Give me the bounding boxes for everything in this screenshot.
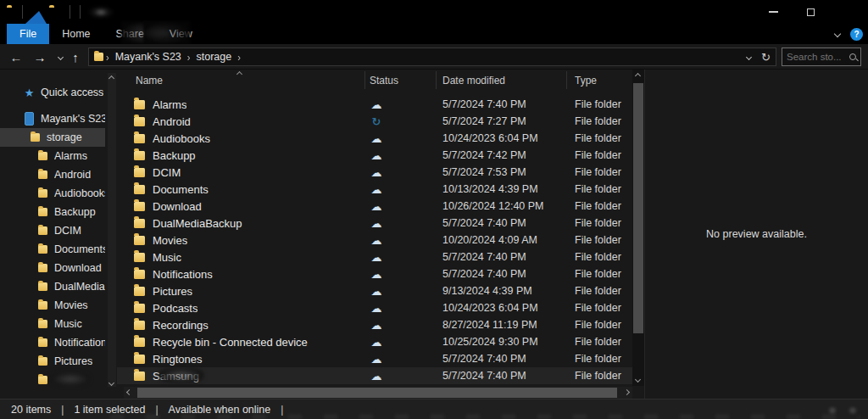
sidebar-item[interactable]: Android bbox=[0, 165, 105, 184]
file-type: File folder bbox=[566, 370, 632, 382]
column-header-name[interactable]: Name bbox=[117, 70, 364, 91]
file-row[interactable]: Movies 10/20/2024 4:09 AM File folder bbox=[117, 232, 632, 249]
sidebar-item[interactable]: Quick access bbox=[0, 83, 105, 102]
file-row[interactable]: Recycle bin - Connected device 10/25/202… bbox=[117, 333, 632, 350]
sidebar-scrollbar[interactable] bbox=[108, 73, 116, 387]
folder-icon bbox=[134, 253, 145, 262]
date-modified: 5/7/2024 7:40 PM bbox=[436, 217, 566, 229]
sidebar-item-icon bbox=[36, 189, 50, 198]
sidebar-item-icon bbox=[28, 133, 42, 142]
breadcrumb-segment[interactable]: storage bbox=[196, 51, 231, 63]
sidebar-item[interactable]: Notifications bbox=[0, 333, 105, 352]
sidebar-item[interactable]: Movies bbox=[0, 296, 105, 315]
date-modified: 10/24/2023 6:04 PM bbox=[436, 302, 566, 314]
scroll-down-icon[interactable] bbox=[108, 380, 114, 386]
scrollbar-thumb[interactable] bbox=[137, 388, 617, 398]
sidebar-item-icon bbox=[36, 152, 50, 160]
sidebar-item-label: Alarms bbox=[54, 150, 87, 162]
column-divider[interactable] bbox=[436, 71, 437, 89]
file-row[interactable]: Download 10/26/2024 12:40 PM File folder bbox=[117, 198, 632, 215]
horizontal-scrollbar[interactable] bbox=[124, 387, 632, 399]
scrollbar-thumb[interactable] bbox=[633, 83, 643, 333]
file-name: Pictures bbox=[153, 285, 192, 298]
back-button[interactable]: ← bbox=[5, 44, 27, 70]
sidebar-item[interactable]: Documents bbox=[0, 240, 105, 259]
sidebar-item[interactable]: Pictures bbox=[0, 352, 105, 371]
sidebar-item[interactable]: DualMediaBa bbox=[0, 277, 105, 296]
file-row[interactable]: Recordings 8/27/2024 11:19 PM File folde… bbox=[117, 316, 632, 333]
forward-button[interactable]: → bbox=[29, 44, 51, 70]
column-header-type[interactable]: Type bbox=[566, 70, 632, 91]
availability-status: Available when online bbox=[169, 404, 271, 416]
cloud-status-icon bbox=[370, 149, 383, 162]
preview-pane: No preview available. bbox=[644, 70, 868, 399]
folder-icon bbox=[38, 152, 47, 160]
scroll-up-icon[interactable] bbox=[635, 73, 641, 79]
up-button[interactable]: ↑ bbox=[64, 44, 86, 70]
file-row[interactable]: Audiobooks 10/24/2023 6:04 PM File folde… bbox=[117, 130, 632, 147]
address-bar[interactable]: › Mayank's S23 › storage › ↻ bbox=[88, 47, 776, 66]
column-header-status[interactable]: Status bbox=[364, 70, 436, 91]
file-row[interactable]: DualMediaBackup 5/7/2024 7:40 PM File fo… bbox=[117, 215, 632, 232]
scroll-down-icon[interactable] bbox=[635, 377, 641, 383]
scroll-left-icon[interactable] bbox=[126, 389, 132, 395]
folder-icon bbox=[38, 226, 47, 235]
column-divider[interactable] bbox=[364, 71, 365, 89]
sidebar-item[interactable]: storage bbox=[0, 128, 105, 147]
file-row[interactable]: Documents 10/13/2024 4:39 PM File folder bbox=[117, 181, 632, 198]
breadcrumb-segment[interactable]: Mayank's S23 bbox=[115, 51, 181, 63]
blur-smudge bbox=[25, 11, 47, 24]
file-explorer-window: File Home Share View ? ← → ↑ › bbox=[0, 0, 868, 419]
sidebar-item[interactable]: Alarms bbox=[0, 147, 105, 165]
file-row[interactable]: DCIM 5/7/2024 7:53 PM File folder bbox=[117, 164, 632, 181]
sidebar-item[interactable]: Backupp bbox=[0, 203, 105, 221]
search-icon[interactable] bbox=[849, 53, 856, 60]
ribbon-tab[interactable]: View bbox=[157, 24, 205, 44]
sidebar-item-label: Notifications bbox=[54, 337, 105, 349]
cloud-status-icon bbox=[370, 217, 383, 230]
file-name: Backupp bbox=[153, 149, 196, 162]
help-icon[interactable]: ? bbox=[850, 28, 863, 41]
folder-icon bbox=[38, 320, 47, 328]
ribbon-collapse-chevron-icon[interactable] bbox=[834, 31, 841, 37]
sidebar-item[interactable] bbox=[0, 371, 105, 389]
file-row[interactable]: Podcasts 10/24/2023 6:04 PM File folder bbox=[117, 299, 632, 316]
sidebar-item-icon bbox=[36, 245, 50, 254]
minimize-button[interactable] bbox=[754, 0, 792, 24]
file-name: Recycle bin - Connected device bbox=[153, 336, 308, 349]
search-input[interactable] bbox=[787, 52, 849, 62]
file-type: File folder bbox=[566, 234, 632, 246]
column-divider[interactable] bbox=[566, 71, 567, 89]
cloud-status-icon bbox=[370, 183, 383, 196]
scroll-up-icon[interactable] bbox=[108, 75, 114, 81]
file-row[interactable]: Notifications 5/7/2024 7:40 PM File fold… bbox=[117, 265, 632, 282]
file-type: File folder bbox=[566, 319, 632, 331]
address-dropdown-chevron-icon[interactable] bbox=[746, 53, 752, 59]
file-row[interactable]: Pictures 9/13/2024 4:39 PM File folder bbox=[117, 282, 632, 299]
sidebar-item[interactable]: Audiobooks bbox=[0, 184, 105, 203]
sidebar-item[interactable]: Music bbox=[0, 315, 105, 333]
ribbon-tab[interactable]: File bbox=[7, 24, 49, 44]
sidebar-item-icon bbox=[36, 170, 50, 179]
ribbon-tab[interactable]: Home bbox=[49, 24, 103, 44]
maximize-button[interactable] bbox=[792, 0, 829, 24]
column-header-row: Name Status Date modified Type bbox=[117, 70, 632, 91]
file-row[interactable]: Ringtones 5/7/2024 7:40 PM File folder bbox=[117, 350, 632, 367]
sidebar-item[interactable]: Download bbox=[0, 259, 105, 277]
file-row[interactable]: Alarms 5/7/2024 7:40 PM File folder bbox=[117, 96, 632, 113]
date-modified: 5/7/2024 7:40 PM bbox=[436, 268, 566, 280]
file-row[interactable]: Samsung 5/7/2024 7:40 PM File folder bbox=[117, 367, 632, 384]
status-cell bbox=[364, 302, 436, 315]
refresh-icon[interactable]: ↻ bbox=[761, 51, 771, 64]
file-row[interactable]: Music 5/7/2024 7:40 PM File folder bbox=[117, 249, 632, 265]
scroll-right-icon[interactable] bbox=[624, 389, 630, 395]
file-row[interactable]: Android 5/7/2024 7:27 PM File folder bbox=[117, 113, 632, 130]
column-header-date-modified[interactable]: Date modified bbox=[436, 70, 566, 91]
folder-icon bbox=[38, 208, 47, 216]
file-row[interactable]: Backupp 5/7/2024 7:42 PM File folder bbox=[117, 147, 632, 164]
folder-icon bbox=[38, 301, 47, 310]
sidebar-item[interactable]: DCIM bbox=[0, 221, 105, 240]
status-cell bbox=[364, 217, 436, 230]
vertical-scrollbar[interactable] bbox=[632, 70, 644, 386]
sidebar-item[interactable]: Mayank's S23 bbox=[0, 109, 105, 128]
